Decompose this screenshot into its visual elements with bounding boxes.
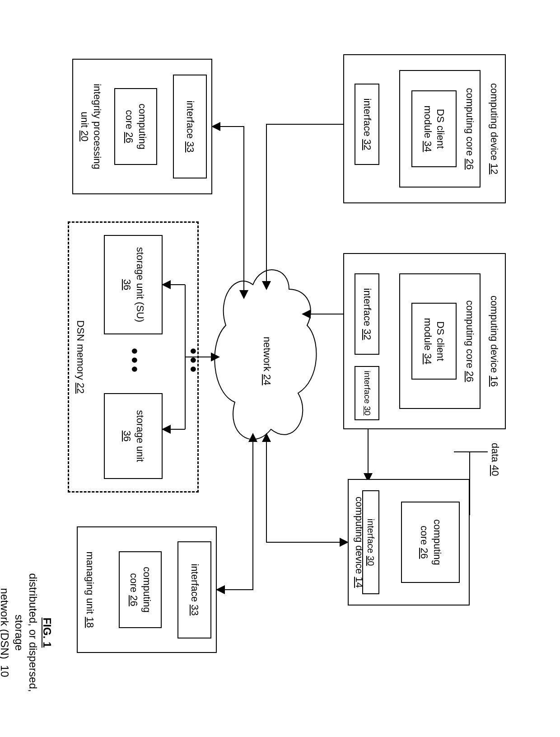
- cd14-interface-30: interface 30: [362, 490, 379, 594]
- diagram-canvas: data 40 computing device 12 computing co…: [0, 0, 560, 737]
- diagram-rotated-wrapper: data 40 computing device 12 computing co…: [0, 0, 560, 560]
- cd16-interface-30: interface 30: [355, 366, 379, 420]
- cd12-core-label: computing core 26: [463, 88, 476, 169]
- cd16-title: computing device 16: [487, 296, 500, 387]
- cd16-core-label: computing core 26: [463, 300, 476, 382]
- ipu-interface-33: interface 33: [173, 75, 207, 178]
- ipu-core: computing core 26: [114, 88, 157, 165]
- ellipsis-mid: •••: [183, 348, 203, 375]
- mu-interface-33: interface 33: [177, 541, 211, 638]
- cd12-core: computing core 26 DS client module 34: [399, 70, 481, 188]
- cd14-core: computing core 26: [401, 502, 460, 583]
- integrity-processing-unit: interface 33 computing core 26 integrity…: [72, 59, 212, 194]
- dsn-memory-label: DSN memory 22: [74, 320, 87, 394]
- cd12-ds-client: DS client module 34: [411, 90, 457, 167]
- mu-core: computing core 26: [119, 551, 162, 628]
- storage-unit-1: storage unit (SU) 36: [104, 235, 163, 334]
- cd12-title: computing device 12: [487, 83, 500, 174]
- data-label: data 40: [488, 443, 501, 476]
- cd16-ds-client: DS client module 34: [411, 303, 457, 380]
- cd16-interface-32: interface 32: [355, 273, 379, 355]
- network-label: network 24: [260, 337, 273, 385]
- ellipsis-top: •••: [124, 348, 145, 375]
- figure-caption: FIG. 1 distributed, or dispersed, storag…: [0, 556, 54, 709]
- ipu-title: integrity processing unit 20: [78, 84, 103, 169]
- mu-title: managing unit 18: [83, 552, 96, 628]
- cd12-interface-32: interface 32: [355, 84, 379, 165]
- storage-unit-2: storage unit 36: [104, 393, 163, 479]
- cd16-core: computing core 26 DS client module 34: [399, 273, 481, 409]
- managing-unit: interface 33 computing core 26 managing …: [77, 526, 217, 653]
